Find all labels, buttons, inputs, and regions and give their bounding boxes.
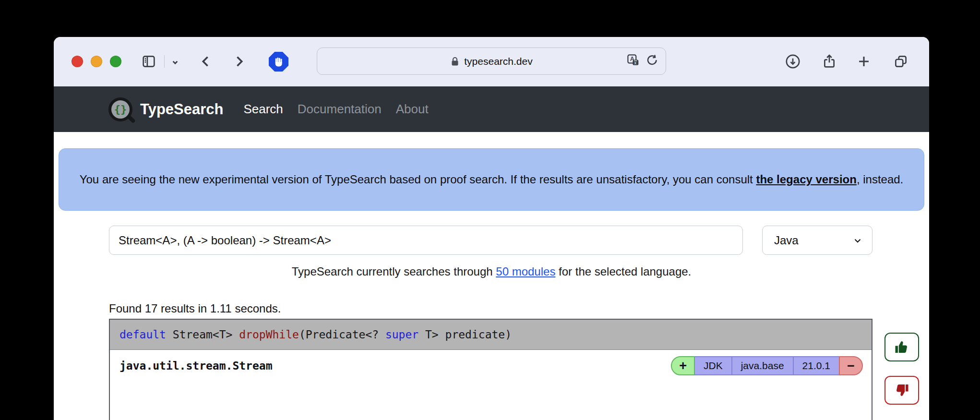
downloads-button[interactable] xyxy=(785,53,801,70)
legacy-version-link[interactable]: the legacy version xyxy=(756,173,856,186)
package-row: java.util.stream.Stream + JDK java.base … xyxy=(120,356,863,375)
logo-braces: {} xyxy=(114,103,127,115)
signature-token: default xyxy=(120,328,166,341)
version-range-badge: + JDK java.base 21.0.1 − xyxy=(671,356,863,375)
signature-token: super xyxy=(385,328,418,341)
tab-group-menu-button[interactable] xyxy=(169,56,181,72)
banner-text-before: You are seeing the new experimental vers… xyxy=(80,173,756,186)
address-bar[interactable]: typesearch.dev A x xyxy=(317,48,666,75)
content-blocker-extension-button[interactable] xyxy=(269,52,288,72)
share-icon xyxy=(821,53,837,70)
zoom-button[interactable] xyxy=(110,56,121,67)
thumbs-up-button[interactable] xyxy=(884,333,919,361)
new-tab-button[interactable] xyxy=(856,53,872,70)
brand-title: TypeSearch xyxy=(140,101,223,118)
search-input[interactable] xyxy=(109,226,743,255)
method-signature: default Stream<T> dropWhile(Predicate<? … xyxy=(110,320,872,350)
toolbar-divider xyxy=(164,55,165,68)
hand-icon xyxy=(272,55,285,68)
browser-window: typesearch.dev A x xyxy=(54,37,929,420)
back-chevron-icon xyxy=(198,53,214,70)
signature-token: Stream<T> xyxy=(166,328,239,341)
url-text: typesearch.dev xyxy=(464,56,532,67)
thumbs-down-button[interactable] xyxy=(884,376,919,405)
minimize-button[interactable] xyxy=(91,56,102,67)
sidebar-icon xyxy=(141,53,157,70)
site-header: {} TypeSearch Search Documentation About xyxy=(54,86,929,132)
typesearch-logo-icon: {} xyxy=(108,97,132,121)
browser-toolbar: typesearch.dev A x xyxy=(54,37,929,86)
forward-chevron-icon xyxy=(231,53,247,70)
tab-overview-button[interactable] xyxy=(893,53,909,70)
forward-button[interactable] xyxy=(231,53,247,70)
vote-column xyxy=(884,333,919,405)
plus-icon xyxy=(856,53,872,70)
window-controls xyxy=(72,56,121,67)
thumbs-down-icon xyxy=(893,382,910,399)
jdk-badge: JDK xyxy=(695,356,731,375)
nav-documentation[interactable]: Documentation xyxy=(298,102,382,117)
signature-token: dropWhile xyxy=(239,328,299,341)
result-card-body: java.util.stream.Stream + JDK java.base … xyxy=(110,350,872,420)
results-summary: Found 17 results in 1.11 seconds. xyxy=(109,302,929,315)
thumbs-up-icon xyxy=(893,338,910,356)
module-badge: java.base xyxy=(731,356,793,375)
signature-token: (Predicate<? xyxy=(299,328,385,341)
modules-line: TypeSearch currently searches through 50… xyxy=(54,263,929,281)
reload-button[interactable] xyxy=(645,53,659,67)
nav-search[interactable]: Search xyxy=(243,102,283,117)
experimental-banner: You are seeing the new experimental vers… xyxy=(59,148,924,211)
language-select-wrap: Java xyxy=(762,226,872,255)
reload-icon xyxy=(645,53,659,67)
lock-icon xyxy=(450,56,460,67)
close-button[interactable] xyxy=(72,56,83,67)
banner-text-after: , instead. xyxy=(857,173,903,186)
modules-count-link[interactable]: 50 modules xyxy=(496,265,555,278)
nav-about[interactable]: About xyxy=(396,102,429,117)
package-name: java.util.stream.Stream xyxy=(120,360,273,372)
sidebar-toggle-button[interactable] xyxy=(141,53,157,70)
site-nav: Search Documentation About xyxy=(243,102,428,117)
banner-text: You are seeing the new experimental vers… xyxy=(60,170,923,189)
back-button[interactable] xyxy=(198,53,214,70)
version-badge: 21.0.1 xyxy=(793,356,839,375)
search-row: Java xyxy=(109,226,872,255)
translate-button[interactable]: A x xyxy=(626,53,640,67)
result-card: default Stream<T> dropWhile(Predicate<? … xyxy=(109,319,872,420)
language-select[interactable]: Java xyxy=(762,226,872,255)
expand-version-button[interactable]: + xyxy=(671,356,695,375)
modules-text-after: for the selected language. xyxy=(555,265,691,278)
modules-text-before: TypeSearch currently searches through xyxy=(292,265,496,278)
doc-comment: /** * Returns, if this stream is ordered… xyxy=(120,384,863,420)
collapse-version-button[interactable]: − xyxy=(839,356,863,375)
tabs-icon xyxy=(893,53,909,70)
translate-icon: A x xyxy=(626,53,640,67)
signature-token: T> predicate) xyxy=(418,328,512,341)
share-button[interactable] xyxy=(821,53,837,70)
chevron-down-icon xyxy=(169,56,181,69)
download-icon xyxy=(785,53,801,70)
